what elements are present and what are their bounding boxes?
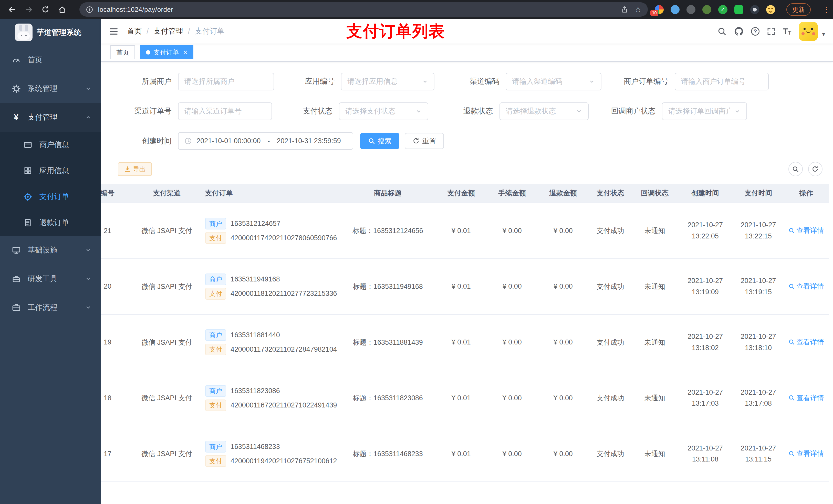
extension-icon[interactable]	[766, 5, 775, 14]
col-header-create-time: 创建时间	[677, 184, 733, 203]
extension-icon[interactable]: 10	[655, 5, 664, 14]
col-header-title: 商品标题	[340, 184, 435, 203]
sidebar-logo[interactable]: 芋道管理系统	[0, 19, 101, 46]
chevron-down-icon	[415, 108, 422, 115]
browser-update-button[interactable]: 更新	[786, 3, 811, 16]
close-icon[interactable]: ×	[183, 49, 188, 56]
orders-table: 编号 支付渠道 支付订单 商品标题 支付金额 手续金额 退款金额 支付状态 回调…	[101, 184, 829, 504]
merchant-input[interactable]	[178, 73, 274, 90]
tags-view: 首页 支付订单 ×	[101, 44, 833, 62]
yen-icon: ¥	[12, 113, 21, 122]
cell-create-time: 2021-10-2713:18:02	[677, 314, 733, 370]
url-text[interactable]: localhost:1024/pay/order	[98, 6, 621, 13]
reset-button[interactable]: 重置	[405, 133, 444, 149]
channel-order-no-input[interactable]	[178, 102, 272, 120]
url-bar[interactable]: localhost:1024/pay/order ☆	[79, 2, 648, 17]
tab-pay-order[interactable]: 支付订单 ×	[140, 45, 193, 59]
sidebar-item-merchant-info[interactable]: 商户信息	[0, 131, 101, 158]
view-detail-link[interactable]: 查看详情	[788, 449, 824, 458]
sidebar-item-label: 退款订单	[39, 218, 69, 228]
filter-channel-order-no: 渠道订单号	[112, 102, 272, 120]
notify-status-select[interactable]: 请选择订单回调商户状态	[662, 102, 747, 120]
merchant-order-no: 1635312124657	[231, 220, 281, 228]
extension-icon[interactable]	[687, 5, 695, 14]
bookmark-star-icon[interactable]: ☆	[635, 5, 641, 14]
extension-icon[interactable]	[750, 5, 759, 14]
github-icon[interactable]	[734, 27, 744, 36]
view-detail-link[interactable]: 查看详情	[788, 226, 824, 235]
refresh-icon[interactable]	[808, 162, 823, 176]
site-info-icon[interactable]	[86, 6, 93, 13]
sidebar-item-label: 研发工具	[28, 274, 57, 284]
table-header-row: 编号 支付渠道 支付订单 商品标题 支付金额 手续金额 退款金额 支付状态 回调…	[101, 184, 829, 203]
cell-pay-order: 商户1635311468233 支付4200001194202110276752…	[201, 426, 340, 482]
extension-icon[interactable]: ✓	[718, 5, 727, 14]
hamburger-icon[interactable]	[109, 27, 118, 36]
pay-status-select[interactable]: 请选择支付状态	[339, 102, 428, 120]
app-select[interactable]: 请选择应用信息	[341, 73, 434, 90]
search-button[interactable]: 搜索	[360, 133, 399, 149]
browser-forward-icon[interactable]	[22, 3, 35, 16]
date-start: 2021-10-01 00:00:00	[196, 137, 261, 145]
view-detail-link[interactable]: 查看详情	[788, 393, 824, 403]
pay-tag: 支付	[205, 288, 227, 299]
cell-actions: 查看详情	[784, 370, 829, 426]
browser-menu-icon[interactable]: ⋮	[823, 5, 828, 14]
cell-channel: 微信 JSAPI 支付	[133, 370, 200, 426]
cell-amount: ¥ 0.01	[436, 314, 487, 370]
briefcase-icon	[12, 303, 21, 312]
field-label: 退款状态	[428, 106, 499, 116]
merchant-order-no-input[interactable]	[675, 73, 769, 90]
sidebar-item-payment[interactable]: ¥ 支付管理	[0, 103, 101, 131]
cell-amount: ¥ 0.01	[436, 259, 487, 314]
caret-down-icon[interactable]: ▾	[822, 31, 825, 38]
cell-create-time: 2021-10-2713:19:09	[677, 259, 733, 314]
sidebar-item-infra[interactable]: 基础设施	[0, 236, 101, 265]
chevron-up-icon	[85, 114, 91, 121]
merchant-tag: 商户	[205, 273, 227, 285]
col-header-fee: 手续金额	[487, 184, 538, 203]
field-label: 渠道订单号	[112, 106, 178, 116]
share-icon[interactable]	[621, 6, 628, 13]
browser-home-icon[interactable]	[55, 3, 69, 16]
cell-fee: ¥ 0.00	[487, 426, 538, 482]
view-detail-link[interactable]: 查看详情	[788, 338, 824, 347]
view-detail-link[interactable]: 查看详情	[788, 282, 824, 291]
toggle-search-icon[interactable]	[788, 162, 803, 176]
sidebar-item-app-info[interactable]: 应用信息	[0, 158, 101, 184]
sidebar-item-system[interactable]: 系统管理	[0, 74, 101, 103]
sidebar-item-workflow[interactable]: 工作流程	[0, 293, 101, 322]
extension-icon[interactable]	[734, 5, 743, 14]
breadcrumb-item[interactable]: 支付管理	[153, 26, 183, 37]
breadcrumb-item[interactable]: 首页	[127, 26, 142, 37]
field-label: 渠道编码	[434, 76, 506, 87]
extension-icon[interactable]	[703, 5, 711, 14]
date-range-picker[interactable]: 2021-10-01 00:00:00 - 2021-10-31 23:59:5…	[178, 132, 353, 149]
sidebar-item-label: 商户信息	[39, 140, 69, 150]
channel-code-select[interactable]: 请输入渠道编码	[506, 73, 601, 90]
merchant-tag: 商户	[205, 385, 227, 397]
font-size-icon[interactable]: TT	[783, 27, 791, 35]
refund-status-select[interactable]: 请选择退款状态	[499, 102, 589, 120]
browser-reload-icon[interactable]	[39, 3, 52, 16]
sidebar-item-home[interactable]: 首页	[0, 46, 101, 74]
filter-merchant: 所属商户	[112, 73, 274, 90]
cell-fee: ¥ 0.00	[487, 314, 538, 370]
table-row: 21 微信 JSAPI 支付 商户1635312124657 支付4200001…	[101, 203, 829, 259]
avatar[interactable]	[799, 22, 818, 41]
col-header-notify: 回调状态	[632, 184, 677, 203]
sidebar-item-refund-order[interactable]: 退款订单	[0, 210, 101, 236]
cell-title: 标题：1635311468233	[340, 426, 435, 482]
browser-back-icon[interactable]	[5, 3, 19, 16]
extension-icon[interactable]	[671, 5, 680, 14]
search-icon[interactable]	[717, 27, 727, 36]
sidebar-item-pay-order[interactable]: 支付订单	[0, 184, 101, 210]
sidebar-item-label: 首页	[28, 55, 43, 65]
sidebar-item-label: 支付管理	[28, 112, 57, 122]
fullscreen-icon[interactable]	[767, 27, 776, 35]
sidebar-item-devtools[interactable]: 研发工具	[0, 265, 101, 293]
export-button[interactable]: 导出	[118, 162, 152, 176]
cell-pay-time: 2021-10-2713:22:15	[733, 203, 784, 259]
help-icon[interactable]: ?	[751, 27, 760, 35]
tab-home[interactable]: 首页	[111, 45, 135, 59]
